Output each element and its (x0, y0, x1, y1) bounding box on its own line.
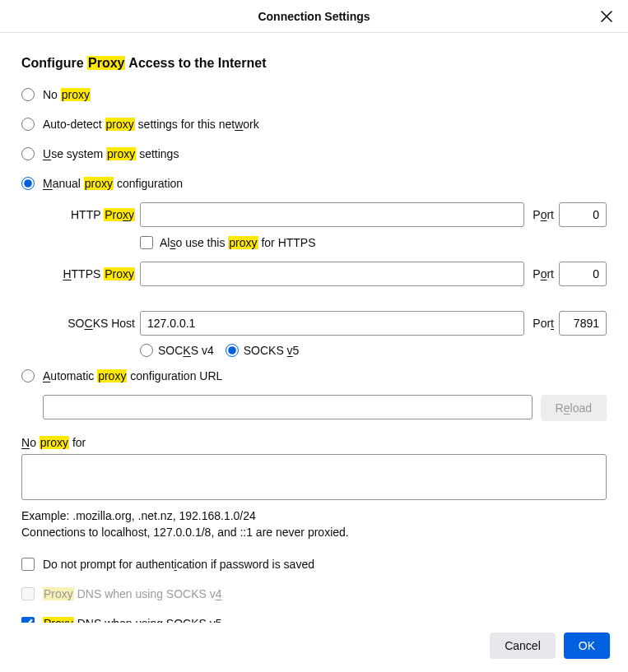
https-proxy-input[interactable] (140, 262, 524, 286)
manual-fields: HTTP Proxy Port Also use this proxy for … (43, 202, 607, 357)
no-prompt-label: Do not prompt for authentication if pass… (43, 557, 314, 572)
radio-no-proxy-row[interactable]: No proxy (21, 87, 607, 102)
http-proxy-input[interactable] (140, 202, 524, 227)
http-port-input[interactable] (559, 202, 607, 227)
https-port-input[interactable] (559, 262, 607, 286)
https-proxy-label: HTTPS Proxy (43, 267, 135, 280)
socks-v5-label: SOCKS v5 (244, 344, 300, 357)
auto-url-row: Reload (43, 395, 607, 421)
radio-auto-url-row[interactable]: Automatic proxy configuration URL (21, 368, 607, 383)
dns-socks4-label: Proxy DNS when using SOCKS v4 (43, 586, 222, 601)
connection-settings-dialog: Connection Settings Configure Proxy Acce… (0, 0, 628, 672)
http-port-label: Port (529, 208, 554, 221)
no-proxy-example1: Example: .mozilla.org, .net.nz, 192.168.… (21, 507, 607, 524)
socks-host-input[interactable] (140, 311, 524, 336)
reload-button[interactable]: Reload (541, 395, 607, 421)
bottom-checks: Do not prompt for authentication if pass… (21, 557, 607, 623)
socks-v4-label: SOCKS v4 (158, 344, 214, 357)
radio-manual[interactable] (21, 177, 35, 190)
socks-port-label: Port (529, 317, 554, 330)
radio-socks-v4[interactable] (140, 344, 153, 357)
no-proxy-example2: Connections to localhost, 127.0.0.1/8, a… (21, 524, 607, 540)
ok-button[interactable]: OK (564, 633, 610, 659)
radio-auto-url[interactable] (21, 369, 35, 382)
radio-auto-detect[interactable] (21, 118, 35, 131)
dialog-content: Configure Proxy Access to the Internet N… (0, 33, 628, 623)
socks-v4-row[interactable]: SOCKS v4 (140, 344, 214, 357)
close-icon (601, 11, 612, 22)
also-use-https-label: Also use this proxy for HTTPS (160, 235, 316, 250)
radio-system-proxy-label: Use system proxy settings (43, 146, 179, 161)
auto-url-input[interactable] (43, 395, 533, 419)
no-proxy-textarea[interactable] (21, 454, 607, 500)
dns-socks5-row[interactable]: Proxy DNS when using SOCKS v5 (21, 616, 607, 623)
radio-auto-detect-row[interactable]: Auto-detect proxy settings for this netw… (21, 117, 607, 132)
http-proxy-label: HTTP Proxy (43, 208, 135, 221)
no-proxy-block: No proxy for Example: .mozilla.org, .net… (21, 436, 607, 540)
dns-socks4-checkbox (21, 587, 35, 600)
socks-v5-row[interactable]: SOCKS v5 (226, 344, 300, 357)
radio-manual-row[interactable]: Manual proxy configuration (21, 176, 607, 191)
radio-system-proxy[interactable] (21, 147, 35, 160)
socks-version-row: SOCKS v4 SOCKS v5 (140, 344, 607, 357)
also-use-https-checkbox[interactable] (140, 236, 153, 249)
socks-port-input[interactable] (559, 311, 607, 336)
no-prompt-checkbox[interactable] (21, 558, 35, 571)
radio-system-proxy-row[interactable]: Use system proxy settings (21, 146, 607, 161)
radio-auto-detect-label: Auto-detect proxy settings for this netw… (43, 117, 259, 132)
also-use-https-row[interactable]: Also use this proxy for HTTPS (140, 235, 607, 250)
radio-auto-url-label: Automatic proxy configuration URL (43, 368, 222, 383)
close-button[interactable] (597, 7, 616, 26)
dns-socks4-row: Proxy DNS when using SOCKS v4 (21, 586, 607, 601)
dialog-title: Connection Settings (258, 10, 370, 23)
cancel-button[interactable]: Cancel (490, 633, 556, 659)
radio-socks-v5[interactable] (226, 344, 239, 357)
dialog-footer: Cancel OK (0, 623, 628, 672)
radio-no-proxy[interactable] (21, 88, 35, 101)
https-port-label: Port (529, 267, 554, 280)
page-heading: Configure Proxy Access to the Internet (21, 56, 607, 71)
no-prompt-row[interactable]: Do not prompt for authentication if pass… (21, 557, 607, 572)
titlebar: Connection Settings (0, 0, 628, 33)
no-proxy-label: No proxy for (21, 436, 607, 449)
dns-socks5-label: Proxy DNS when using SOCKS v5 (43, 616, 222, 623)
socks-host-label: SOCKS Host (43, 317, 135, 330)
radio-manual-label: Manual proxy configuration (43, 176, 183, 191)
radio-no-proxy-label: No proxy (43, 87, 91, 102)
dns-socks5-checkbox[interactable] (21, 617, 35, 623)
